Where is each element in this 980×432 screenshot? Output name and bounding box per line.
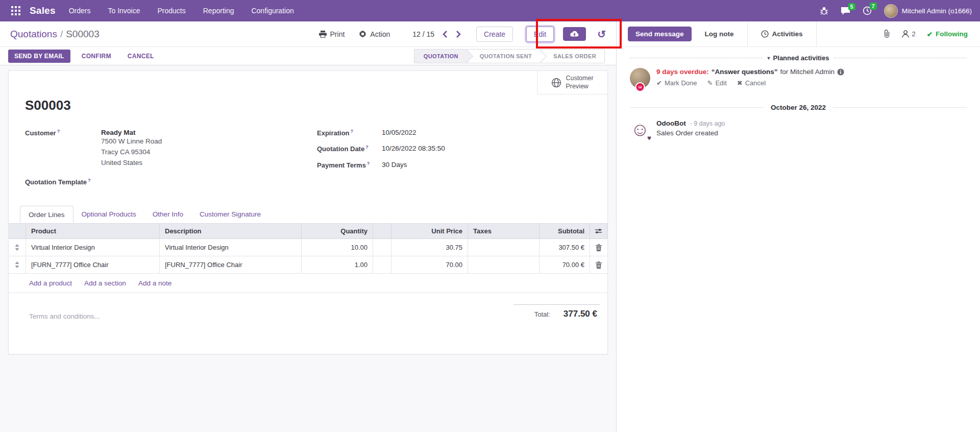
breadcrumb-quotations[interactable]: Quotations bbox=[10, 29, 57, 39]
tab-customer-signature[interactable]: Customer Signature bbox=[191, 206, 269, 223]
header-unit-price[interactable]: Unit Price bbox=[391, 224, 468, 239]
activities-clock-icon[interactable]: 7 bbox=[863, 6, 872, 15]
heart-icon: ♥ bbox=[647, 134, 651, 141]
cell-unit-price[interactable]: 70.00 bbox=[391, 256, 468, 274]
globe-icon bbox=[551, 78, 561, 88]
message-author[interactable]: OdooBot bbox=[656, 119, 686, 127]
activity-overdue: 9 days overdue: bbox=[656, 68, 709, 76]
customer-name: Ready Mat bbox=[101, 129, 162, 136]
cell-subtotal: 70.00 € bbox=[540, 256, 590, 274]
odoo-sales-app: Sales Orders To Invoice Products Reporti… bbox=[0, 0, 980, 432]
planned-activities-toggle[interactable]: ▾ Planned activities bbox=[768, 54, 829, 62]
apps-menu-icon[interactable] bbox=[8, 3, 23, 18]
header-taxes[interactable]: Taxes bbox=[468, 224, 540, 239]
drag-handle-icon[interactable] bbox=[15, 261, 19, 268]
edit-activity-button[interactable]: ✎Edit bbox=[707, 79, 726, 87]
cell-product[interactable]: [FURN_7777] Office Chair bbox=[26, 256, 160, 274]
cancel-activity-button[interactable]: ✖Cancel bbox=[737, 79, 766, 87]
tab-optional-products[interactable]: Optional Products bbox=[74, 206, 144, 223]
terms-placeholder[interactable]: Terms and conditions... bbox=[29, 313, 100, 320]
send-by-email-button[interactable]: SEND BY EMAIL bbox=[8, 50, 70, 63]
breadcrumb-current: S00003 bbox=[66, 29, 100, 39]
totals-block: Total: 377.50 € bbox=[513, 304, 600, 319]
send-message-button[interactable]: Send message bbox=[628, 27, 692, 41]
table-header-row: Product Description Quantity Unit Price … bbox=[9, 224, 607, 239]
stage-quotation-sent[interactable]: QUOTATION SENT bbox=[467, 49, 540, 63]
stage-quotation[interactable]: QUOTATION bbox=[414, 49, 467, 63]
cell-description[interactable]: [FURN_7777] Office Chair bbox=[160, 256, 302, 274]
delete-row-icon[interactable] bbox=[596, 244, 602, 251]
menu-reporting[interactable]: Reporting bbox=[203, 7, 234, 15]
header-subtotal[interactable]: Subtotal bbox=[540, 224, 590, 239]
cell-product[interactable]: Virtual Interior Design bbox=[26, 239, 160, 256]
add-line-links: Add a product Add a section Add a note bbox=[9, 274, 607, 293]
activity-assignee: for Mitchell Admin bbox=[780, 68, 835, 76]
columns-toggle-icon[interactable] bbox=[590, 224, 607, 239]
menu-orders[interactable]: Orders bbox=[69, 7, 91, 15]
add-a-section-link[interactable]: Add a section bbox=[84, 279, 126, 287]
cell-unit-price[interactable]: 30.75 bbox=[391, 239, 468, 256]
header-quantity[interactable]: Quantity bbox=[302, 224, 373, 239]
cell-description[interactable]: Virtual Interior Design bbox=[160, 239, 302, 256]
quotation-template-label: Quotation Template? bbox=[25, 178, 101, 186]
total-value: 377.50 € bbox=[564, 309, 597, 319]
expiration-value[interactable]: 10/05/2022 bbox=[382, 129, 416, 137]
menu-products[interactable]: Products bbox=[158, 7, 186, 15]
following-button[interactable]: ✔ Following bbox=[927, 30, 968, 38]
action-button[interactable]: Action bbox=[359, 30, 390, 38]
create-button[interactable]: Create bbox=[476, 27, 513, 42]
stage-pipeline: QUOTATION QUOTATION SENT SALES ORDER bbox=[414, 49, 605, 63]
attachments-paperclip-icon[interactable] bbox=[883, 30, 891, 38]
table-row[interactable]: [FURN_7777] Office Chair [FURN_7777] Off… bbox=[9, 256, 607, 274]
message-body: Sales Order created bbox=[656, 129, 725, 137]
debug-bug-icon[interactable] bbox=[820, 7, 828, 15]
print-button[interactable]: Print bbox=[319, 30, 345, 38]
chatter-panel: Send message Log note Activities 2 ✔ bbox=[616, 21, 980, 432]
info-circle-icon[interactable] bbox=[837, 68, 844, 76]
cancel-button[interactable]: CANCEL bbox=[122, 50, 159, 63]
pager-next-icon[interactable] bbox=[456, 31, 461, 38]
customer-preview-button[interactable]: Customer Preview bbox=[537, 71, 607, 94]
form-view: Customer Preview S00003 Customer? Ready … bbox=[0, 65, 616, 432]
messages-icon[interactable]: 5 bbox=[841, 7, 850, 15]
edit-button[interactable]: Edit bbox=[526, 27, 554, 42]
quotation-date-value[interactable]: 10/26/2022 08:35:50 bbox=[382, 145, 445, 153]
table-row[interactable]: Virtual Interior Design Virtual Interior… bbox=[9, 239, 607, 256]
check-icon: ✔ bbox=[927, 30, 933, 38]
app-name[interactable]: Sales bbox=[30, 5, 56, 16]
gear-icon bbox=[359, 30, 366, 38]
save-cloud-button[interactable] bbox=[563, 27, 586, 41]
discard-undo-icon[interactable]: ↺ bbox=[594, 29, 609, 39]
planned-activities-header: ▾ Planned activities bbox=[630, 54, 967, 62]
pager-previous-icon[interactable] bbox=[443, 31, 448, 38]
menu-to-invoice[interactable]: To Invoice bbox=[108, 7, 140, 15]
tab-other-info[interactable]: Other Info bbox=[144, 206, 191, 223]
cell-taxes[interactable] bbox=[468, 256, 540, 274]
header-product[interactable]: Product bbox=[26, 224, 160, 239]
tab-order-lines[interactable]: Order Lines bbox=[20, 206, 74, 223]
activity-avatar: ✉ bbox=[630, 68, 650, 88]
statusbar: SEND BY EMAIL CONFIRM CANCEL QUOTATION Q… bbox=[0, 47, 616, 65]
cell-taxes[interactable] bbox=[468, 239, 540, 256]
user-menu[interactable]: Mitchell Admin (o1666) bbox=[884, 4, 972, 18]
log-note-button[interactable]: Log note bbox=[705, 30, 734, 38]
mark-done-button[interactable]: ✔Mark Done bbox=[656, 79, 697, 87]
drag-handle-icon[interactable] bbox=[15, 244, 19, 251]
stage-sales-order[interactable]: SALES ORDER bbox=[540, 49, 605, 63]
cell-quantity[interactable]: 10.00 bbox=[302, 239, 373, 256]
expiration-label: Expiration? bbox=[317, 129, 382, 137]
delete-row-icon[interactable] bbox=[596, 261, 602, 269]
followers-button[interactable]: 2 bbox=[902, 30, 916, 38]
add-a-product-link[interactable]: Add a product bbox=[29, 279, 72, 287]
pager-count: 12 / 15 bbox=[412, 30, 434, 38]
chatter-toolbar: Send message Log note Activities 2 ✔ bbox=[617, 21, 980, 47]
messages-badge: 5 bbox=[848, 3, 855, 10]
menu-configuration[interactable]: Configuration bbox=[251, 7, 293, 15]
header-description[interactable]: Description bbox=[160, 224, 302, 239]
schedule-activity-button[interactable]: Activities bbox=[761, 30, 803, 38]
cell-quantity[interactable]: 1.00 bbox=[302, 256, 373, 274]
customer-value[interactable]: Ready Mat 7500 W Linne Road Tracy CA 953… bbox=[101, 129, 162, 169]
add-a-note-link[interactable]: Add a note bbox=[138, 279, 172, 287]
confirm-button[interactable]: CONFIRM bbox=[77, 50, 116, 63]
payment-terms-value[interactable]: 30 Days bbox=[382, 161, 407, 169]
